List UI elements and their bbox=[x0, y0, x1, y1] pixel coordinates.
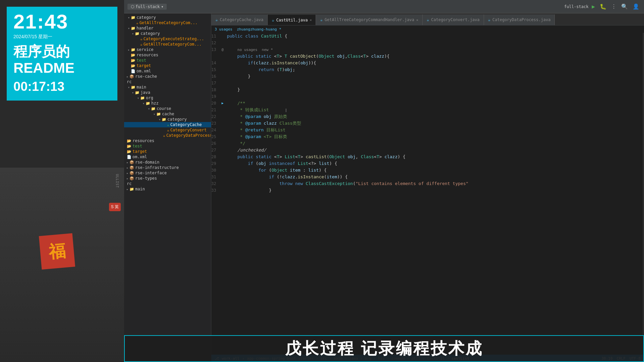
tree-java[interactable]: ▾ 📁 java bbox=[124, 90, 211, 95]
webcam-person: 福 bbox=[0, 168, 124, 362]
folder-icon: 📁 bbox=[131, 26, 136, 31]
tree-org[interactable]: ▾ 📁 org bbox=[124, 95, 211, 101]
code-line-19: 19 bbox=[211, 93, 643, 100]
search-button[interactable]: 🔍 bbox=[620, 3, 629, 10]
target-icon: 📂 bbox=[131, 64, 136, 68]
tree-target2[interactable]: 📂 target bbox=[124, 149, 211, 154]
code-line-28: 28 public static <T> List<T> castList(Ob… bbox=[211, 154, 643, 160]
code-line-12: 12 bbox=[211, 40, 643, 46]
tree-cache[interactable]: ▾ 📁 cache bbox=[124, 111, 211, 117]
java-icon: ☕ bbox=[163, 133, 165, 138]
folder-icon: 📁 bbox=[131, 85, 136, 89]
folder-icon: 📁 bbox=[146, 101, 150, 106]
editor-area: ☕ CategoryCache.java ☕ CastUtil.java ✕ ☕… bbox=[211, 13, 644, 362]
left-panel: 21:43 2024/07/15 星期一 程序员的 README 00:17:1… bbox=[0, 0, 124, 362]
ide-body: ▾ 📁 category ☕ GetAllTreeCategoryCom... … bbox=[124, 13, 644, 362]
run-controls: full-stack ▶ 🐛 ⋮ 🔍 👤 bbox=[564, 3, 641, 10]
module-icon: 📦 bbox=[129, 166, 134, 170]
author-link[interactable]: zhuangzhuang-huang * bbox=[237, 27, 281, 32]
code-line-21: 21 * 转换成List | bbox=[211, 107, 643, 113]
tab-castutil[interactable]: ☕ CastUtil.java ✕ bbox=[268, 14, 316, 25]
tab-label: CategoryDataProcess.java bbox=[492, 17, 550, 22]
folder-icon: 📁 bbox=[140, 96, 145, 100]
more-button[interactable]: ⋮ bbox=[610, 3, 618, 10]
tree-rse-types[interactable]: ▸ 📦 rse-types bbox=[124, 176, 211, 181]
tree-service[interactable]: ▸ 📁 service bbox=[124, 47, 211, 52]
code-line-25: 25 * @param <T> 目标类 bbox=[211, 133, 643, 140]
java-icon: ☕ bbox=[140, 37, 143, 41]
test-icon: 📂 bbox=[131, 58, 136, 63]
tree-main2[interactable]: ▸ 📁 main bbox=[124, 186, 211, 192]
tree-getall2[interactable]: ☕ GetAllTreeCategoryCom... bbox=[124, 42, 211, 47]
code-line-13: 13 @ no usages new * bbox=[211, 46, 643, 53]
java-icon: ☕ bbox=[136, 21, 139, 25]
code-line-22: 22 * @param obj 原始类 bbox=[211, 113, 643, 120]
tree-handler[interactable]: ▾ 📁 handler bbox=[124, 25, 211, 31]
app-main-label: full-stack bbox=[564, 4, 588, 9]
tree-omxml2[interactable]: 📄 om.xml bbox=[124, 154, 211, 160]
tree-main[interactable]: ▾ 📁 main bbox=[124, 84, 211, 90]
tree-categorydataprocess[interactable]: ☕ CategoryDataProcess bbox=[124, 133, 211, 138]
code-scroll[interactable]: 11 public class CastUtil { 12 13 bbox=[211, 33, 643, 355]
code-line-20: 20 ▶ /** bbox=[211, 100, 643, 107]
tree-category[interactable]: ▾ 📁 category bbox=[124, 15, 211, 20]
folder-icon: 📁 bbox=[151, 107, 156, 111]
tab-close-getall[interactable]: ✕ bbox=[416, 18, 418, 22]
code-line-30: 30 for (Object item : list) { bbox=[211, 167, 643, 174]
tree-hzz[interactable]: ▾ 📁 hzz bbox=[124, 101, 211, 106]
module-icon: 📦 bbox=[129, 160, 134, 165]
tree-course[interactable]: ▾ 📁 course bbox=[124, 106, 211, 111]
tree-rse-interface[interactable]: ▸ 📦 rse-interface bbox=[124, 170, 211, 176]
tree-getall1[interactable]: ☕ GetAllTreeCategoryCom... bbox=[124, 20, 211, 25]
tab-categorydataprocess[interactable]: ☕ CategoryDataProcess.java bbox=[484, 14, 555, 25]
usages-link[interactable]: 3 usages bbox=[215, 27, 232, 32]
tree-rc1[interactable]: rc bbox=[124, 79, 211, 84]
tree-rse-domain[interactable]: ▸ 📦 rse-domain bbox=[124, 160, 211, 165]
code-line-24: 24 * @return 目标List bbox=[211, 127, 643, 133]
folder-icon: 📁 bbox=[131, 15, 136, 20]
minimap bbox=[643, 33, 644, 355]
code-line-18: 18 } bbox=[211, 86, 643, 93]
tree-execstrategy[interactable]: ☕ CategoryExecuteStrateg... bbox=[124, 36, 211, 42]
tree-test2[interactable]: 📂 test bbox=[124, 143, 211, 149]
tree-rse-infrastructure[interactable]: ▸ 📦 rse-infrastructure bbox=[124, 165, 211, 170]
java-icon: ☕ bbox=[140, 42, 143, 47]
module-icon: 📦 bbox=[129, 74, 134, 79]
xml-icon: 📄 bbox=[131, 69, 136, 73]
side-label: ULLIST bbox=[115, 174, 119, 188]
project-icon: ⬡ bbox=[131, 4, 134, 9]
tree-rse-cache[interactable]: ▸ 📦 rse-cache bbox=[124, 74, 211, 79]
code-line-15: 15 return (T)obj; bbox=[211, 66, 643, 73]
tab-icon: ☕ bbox=[215, 17, 218, 22]
tree-resources2[interactable]: 📂 resources bbox=[124, 138, 211, 143]
module-icon: 📦 bbox=[129, 176, 134, 181]
fu-character: 福 bbox=[48, 239, 66, 263]
account-button[interactable]: 👤 bbox=[631, 3, 641, 10]
tree-omxml1[interactable]: 📄 om.xml bbox=[124, 68, 211, 74]
tree-test1[interactable]: 📂 test bbox=[124, 58, 211, 63]
project-name: full-stack bbox=[136, 4, 160, 9]
target-icon: 📂 bbox=[127, 149, 131, 154]
tree-target1[interactable]: 📂 target bbox=[124, 63, 211, 68]
xml-icon: 📄 bbox=[127, 155, 131, 159]
project-selector[interactable]: ⬡ full-stack ▾ bbox=[127, 4, 167, 10]
sougou-badge: S 英 bbox=[109, 203, 121, 211]
code-line-32: 32 throw new ClassCastException("List co… bbox=[211, 180, 643, 187]
tab-categoryconvert[interactable]: ☕ CategoryConvert.java bbox=[423, 14, 484, 25]
tab-getall[interactable]: ☕ GetAllTreeCategoryCommandHandler.java … bbox=[316, 14, 423, 25]
banner-text: 戊长过程 记录编程技术成 bbox=[285, 338, 483, 359]
debug-button[interactable]: 🐛 bbox=[598, 3, 608, 10]
tree-resources1[interactable]: 📂 resources bbox=[124, 52, 211, 58]
tree-category2[interactable]: ▾ 📁 category bbox=[124, 117, 211, 122]
tab-icon: ☕ bbox=[320, 17, 322, 22]
tree-handler-category[interactable]: ▾ 📁 category bbox=[124, 31, 211, 36]
tab-categorycache[interactable]: ☕ CategoryCache.java bbox=[211, 14, 268, 25]
java-icon: ☕ bbox=[167, 123, 169, 127]
tree-rc2[interactable]: rc bbox=[124, 181, 211, 186]
code-lines-container: 11 public class CastUtil { 12 13 bbox=[211, 33, 643, 355]
tab-close-castutil[interactable]: ✕ bbox=[310, 18, 312, 22]
code-content: 11 public class CastUtil { 12 13 bbox=[211, 33, 644, 355]
tree-categoryconvert[interactable]: ☕ CategoryConvert bbox=[124, 127, 211, 133]
run-button[interactable]: ▶ bbox=[590, 3, 596, 10]
tree-categorycache[interactable]: ☕ CategoryCache bbox=[124, 122, 211, 127]
